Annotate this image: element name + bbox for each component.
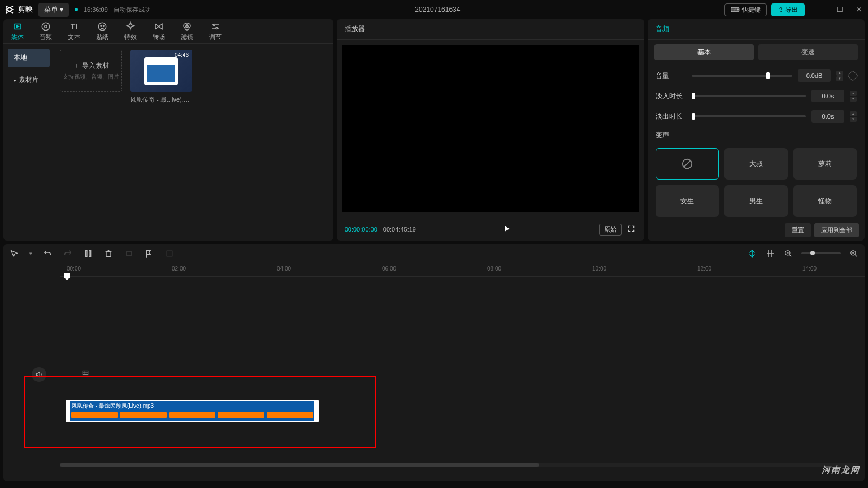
timecode-current: 00:00:00:00 xyxy=(345,226,377,233)
adjust-icon xyxy=(210,21,220,32)
import-media-button[interactable]: ＋ 导入素材 支持视频、音频、图片 xyxy=(60,50,122,92)
clip-handle-right[interactable] xyxy=(314,401,319,421)
tab-label: 转场 xyxy=(153,33,165,41)
audio-clip[interactable]: 凤凰传奇 - 最炫民族风(Live).mp3 xyxy=(66,400,319,422)
svg-point-4 xyxy=(101,25,102,27)
freeze-tool[interactable] xyxy=(164,249,175,259)
category-label: 素材库 xyxy=(19,76,39,84)
media-tab-strip: 媒体 音频 TI 文本 贴纸 特效 转场 xyxy=(3,19,333,44)
tab-media[interactable]: 媒体 xyxy=(11,21,24,41)
voice-male[interactable]: 男生 xyxy=(724,185,788,217)
ruler-mark: 02:00 xyxy=(172,265,186,272)
voice-uncle[interactable]: 大叔 xyxy=(724,148,788,180)
export-icon: ⇪ xyxy=(778,6,783,14)
delete-tool[interactable] xyxy=(103,249,114,259)
logo-icon xyxy=(5,5,15,15)
keyboard-icon: ⌨ xyxy=(731,6,740,14)
volume-value[interactable]: 0.0dB xyxy=(798,69,831,82)
voice-change-label: 变声 xyxy=(656,130,686,140)
tab-effects[interactable]: 特效 xyxy=(124,21,137,41)
split-tool[interactable] xyxy=(83,249,93,259)
category-library[interactable]: ▸素材库 xyxy=(8,71,50,89)
export-button[interactable]: ⇪ 导出 xyxy=(771,3,805,16)
voice-none[interactable] xyxy=(656,148,719,180)
tab-adjust[interactable]: 调节 xyxy=(209,21,222,41)
volume-slider[interactable] xyxy=(692,75,792,77)
category-local[interactable]: 本地 xyxy=(8,49,50,67)
timecode-total: 00:04:45:19 xyxy=(383,226,416,233)
preview-controls: 00:00:00:00 00:04:45:19 原始 xyxy=(337,218,644,241)
tab-audio[interactable]: 音频 xyxy=(40,21,52,41)
tab-speed[interactable]: 变速 xyxy=(758,44,858,60)
preview-panel: 播放器 00:00:00:00 00:04:45:19 原始 xyxy=(337,19,644,241)
fullscreen-button[interactable] xyxy=(627,225,636,234)
zoom-out-button[interactable] xyxy=(783,249,793,259)
svg-rect-12 xyxy=(85,250,87,256)
tab-label: 贴纸 xyxy=(96,33,108,41)
fadein-label: 淡入时长 xyxy=(656,91,686,101)
tab-label: 特效 xyxy=(124,33,137,41)
maximize-button[interactable]: ☐ xyxy=(835,5,844,14)
tab-transition[interactable]: 转场 xyxy=(153,21,165,41)
tab-sticker[interactable]: 贴纸 xyxy=(96,21,108,41)
zoom-slider[interactable] xyxy=(801,252,841,254)
aspect-ratio-button[interactable]: 原始 xyxy=(599,224,622,236)
timeline-ruler[interactable]: 00:00 02:00 04:00 06:00 08:00 10:00 12:0… xyxy=(60,263,865,277)
autosave-text: 自动保存成功 xyxy=(114,6,151,14)
menu-label: 菜单 xyxy=(44,5,58,15)
redo-button[interactable] xyxy=(63,249,73,259)
voice-monster[interactable]: 怪物 xyxy=(793,185,857,217)
reset-button[interactable]: 重置 xyxy=(785,223,811,237)
crop-tool[interactable] xyxy=(124,249,134,259)
ruler-mark: 14:00 xyxy=(802,265,817,272)
shortcut-button[interactable]: ⌨ 快捷键 xyxy=(724,3,767,16)
fadein-slider[interactable] xyxy=(692,95,806,97)
tab-text[interactable]: TI 文本 xyxy=(68,21,80,41)
marker-tool[interactable] xyxy=(144,249,154,259)
ruler-mark: 08:00 xyxy=(487,265,501,272)
zoom-in-button[interactable] xyxy=(849,249,859,259)
play-button[interactable] xyxy=(503,225,512,234)
clip-handle-left[interactable] xyxy=(66,401,70,421)
sticker-icon xyxy=(97,21,107,32)
volume-stepper[interactable]: ▴▾ xyxy=(836,71,843,81)
fadein-stepper[interactable]: ▴▾ xyxy=(850,91,857,102)
window-controls: ─ ☐ ✕ xyxy=(816,5,863,14)
project-name: 202107161634 xyxy=(157,6,719,14)
snap-toggle[interactable] xyxy=(747,249,757,259)
svg-point-1 xyxy=(42,23,50,30)
timeline-body[interactable]: 凤凰传奇 - 最炫民族风(Live).mp3 xyxy=(3,277,865,469)
fadein-row: 淡入时长 0.0s ▴▾ xyxy=(656,90,857,102)
tab-label: 文本 xyxy=(68,33,80,41)
media-icon xyxy=(12,21,23,32)
tab-basic[interactable]: 基本 xyxy=(654,44,754,60)
svg-point-5 xyxy=(103,25,105,27)
select-tool[interactable] xyxy=(9,249,19,259)
menu-dropdown[interactable]: 菜单 ▾ xyxy=(38,3,69,17)
preview-viewport[interactable] xyxy=(342,45,639,212)
media-item[interactable]: 04:46 凤凰传奇 - 最...ive).mp3 xyxy=(130,50,192,104)
voice-loli[interactable]: 萝莉 xyxy=(793,148,857,180)
tab-label: 音频 xyxy=(40,33,52,41)
minimize-button[interactable]: ─ xyxy=(816,5,825,14)
autosave-indicator-icon xyxy=(75,8,78,11)
fadeout-slider[interactable] xyxy=(692,115,806,117)
fadein-value[interactable]: 0.0s xyxy=(811,90,844,102)
apply-all-button[interactable]: 应用到全部 xyxy=(814,223,859,237)
undo-button[interactable] xyxy=(42,249,53,259)
link-toggle[interactable] xyxy=(765,249,775,259)
chevron-down-icon[interactable]: ▾ xyxy=(29,251,32,256)
svg-rect-19 xyxy=(83,371,88,375)
volume-reset-icon[interactable] xyxy=(847,70,858,81)
timeline-scrollbar[interactable] xyxy=(60,463,859,467)
close-button[interactable]: ✕ xyxy=(854,5,863,14)
fadeout-value[interactable]: 0.0s xyxy=(811,110,844,123)
tab-label: 调节 xyxy=(209,33,222,41)
tab-filter[interactable]: 滤镜 xyxy=(181,21,193,41)
fadeout-stepper[interactable]: ▴▾ xyxy=(850,111,857,122)
ruler-mark: 04:00 xyxy=(277,265,291,272)
transition-icon xyxy=(154,21,164,32)
text-icon: TI xyxy=(69,21,79,32)
svg-point-10 xyxy=(216,28,218,29)
voice-female[interactable]: 女生 xyxy=(656,185,719,217)
